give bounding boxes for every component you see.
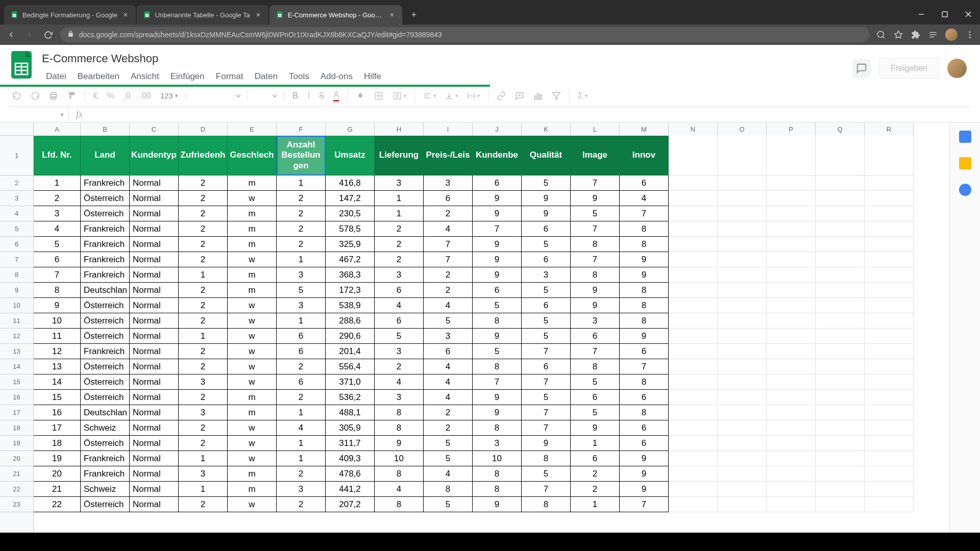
data-cell[interactable]: 9 xyxy=(620,466,669,482)
data-cell[interactable]: Normal xyxy=(130,359,179,374)
data-cell[interactable]: m xyxy=(228,405,277,420)
data-cell[interactable]: 8 xyxy=(473,466,522,482)
empty-cell[interactable] xyxy=(865,237,914,252)
data-cell[interactable]: 6 xyxy=(34,252,81,267)
data-cell[interactable]: 7 xyxy=(34,267,81,283)
window-maximize-button[interactable] xyxy=(933,4,957,24)
column-header[interactable]: G xyxy=(326,122,375,136)
empty-cell[interactable] xyxy=(669,329,718,344)
data-cell[interactable]: 3 xyxy=(375,390,424,405)
data-cell[interactable]: 2 xyxy=(424,267,473,283)
data-cell[interactable]: w xyxy=(228,359,277,374)
data-cell[interactable]: 7 xyxy=(522,405,571,420)
insert-link-button[interactable] xyxy=(494,89,509,103)
extensions-icon[interactable] xyxy=(911,30,921,40)
nav-reload-button[interactable] xyxy=(42,29,54,41)
data-cell[interactable]: 7 xyxy=(473,374,522,390)
empty-cell[interactable] xyxy=(767,313,816,329)
data-cell[interactable]: 371,0 xyxy=(326,374,375,390)
data-cell[interactable]: 2 xyxy=(375,359,424,374)
data-cell[interactable]: 5 xyxy=(277,283,326,298)
row-header[interactable]: 5 xyxy=(0,221,33,237)
row-header[interactable]: 3 xyxy=(0,191,33,206)
row-header[interactable]: 12 xyxy=(0,329,33,344)
text-color-button[interactable]: A xyxy=(330,88,342,104)
empty-cell[interactable] xyxy=(865,206,914,221)
data-cell[interactable]: Normal xyxy=(130,267,179,283)
data-cell[interactable]: Normal xyxy=(130,451,179,466)
menu-hilfe[interactable]: Hilfe xyxy=(359,68,386,85)
data-cell[interactable]: 8 xyxy=(620,313,669,329)
data-cell[interactable]: 8 xyxy=(620,221,669,237)
empty-cell[interactable] xyxy=(767,390,816,405)
data-cell[interactable]: 6 xyxy=(620,420,669,436)
data-cell[interactable]: 230,5 xyxy=(326,206,375,221)
data-cell[interactable]: 6 xyxy=(571,329,620,344)
data-cell[interactable]: 3 xyxy=(424,176,473,191)
data-cell[interactable]: 9 xyxy=(571,420,620,436)
data-cell[interactable]: 5 xyxy=(34,237,81,252)
data-cell[interactable]: 7 xyxy=(424,237,473,252)
empty-cell[interactable] xyxy=(816,329,865,344)
empty-cell[interactable] xyxy=(669,344,718,359)
data-cell[interactable]: 1 xyxy=(179,451,228,466)
decrease-decimal-button[interactable]: .0← xyxy=(120,89,133,103)
data-cell[interactable]: 3 xyxy=(179,466,228,482)
data-cell[interactable]: 15 xyxy=(34,390,81,405)
row-header[interactable]: 19 xyxy=(0,436,33,451)
data-cell[interactable]: 9 xyxy=(473,252,522,267)
row-header[interactable]: 16 xyxy=(0,390,33,405)
empty-cell[interactable] xyxy=(816,390,865,405)
empty-cell[interactable] xyxy=(669,267,718,283)
data-cell[interactable]: 441,2 xyxy=(326,482,375,497)
data-cell[interactable]: 9 xyxy=(620,451,669,466)
data-cell[interactable]: 5 xyxy=(522,329,571,344)
empty-cell[interactable] xyxy=(767,466,816,482)
data-cell[interactable]: Frankreich xyxy=(81,221,130,237)
row-header[interactable]: 6 xyxy=(0,237,33,252)
data-cell[interactable]: 5 xyxy=(424,313,473,329)
empty-cell[interactable] xyxy=(865,359,914,374)
table-header-cell[interactable]: Image xyxy=(571,136,620,176)
paint-format-button[interactable] xyxy=(64,89,80,103)
formula-input[interactable] xyxy=(90,107,980,122)
empty-cell[interactable] xyxy=(718,420,767,436)
data-cell[interactable]: 478,6 xyxy=(326,466,375,482)
menu-ansicht[interactable]: Ansicht xyxy=(126,68,164,85)
empty-cell[interactable] xyxy=(718,329,767,344)
data-cell[interactable]: w xyxy=(228,298,277,313)
data-cell[interactable]: Österreich xyxy=(81,298,130,313)
data-cell[interactable]: 488,1 xyxy=(326,405,375,420)
column-header[interactable]: F xyxy=(277,122,326,136)
empty-cell[interactable] xyxy=(865,405,914,420)
column-header[interactable]: A xyxy=(34,122,81,136)
empty-cell[interactable] xyxy=(718,206,767,221)
data-cell[interactable]: 2 xyxy=(277,237,326,252)
data-cell[interactable]: 1 xyxy=(179,267,228,283)
undo-button[interactable] xyxy=(9,89,24,103)
empty-cell[interactable] xyxy=(816,313,865,329)
data-cell[interactable]: w xyxy=(228,313,277,329)
empty-cell[interactable] xyxy=(767,252,816,267)
data-cell[interactable]: m xyxy=(228,482,277,497)
data-cell[interactable]: 7 xyxy=(620,497,669,512)
data-cell[interactable]: 2 xyxy=(179,420,228,436)
row-header[interactable]: 11 xyxy=(0,313,33,329)
data-cell[interactable]: m xyxy=(228,283,277,298)
empty-cell[interactable] xyxy=(865,390,914,405)
data-cell[interactable]: 6 xyxy=(277,374,326,390)
data-cell[interactable]: Deutschlan xyxy=(81,405,130,420)
data-cell[interactable]: 2 xyxy=(179,176,228,191)
menu-daten[interactable]: Daten xyxy=(250,68,283,85)
data-cell[interactable]: 7 xyxy=(522,482,571,497)
text-wrap-button[interactable] xyxy=(464,90,483,102)
data-cell[interactable]: 6 xyxy=(522,298,571,313)
empty-cell[interactable] xyxy=(767,191,816,206)
data-cell[interactable]: 5 xyxy=(424,497,473,512)
data-cell[interactable]: 2 xyxy=(571,482,620,497)
vertical-align-button[interactable] xyxy=(442,90,461,102)
data-cell[interactable]: 2 xyxy=(424,420,473,436)
currency-format-button[interactable]: € xyxy=(90,89,101,103)
empty-cell[interactable] xyxy=(718,136,767,176)
data-cell[interactable]: 9 xyxy=(473,237,522,252)
